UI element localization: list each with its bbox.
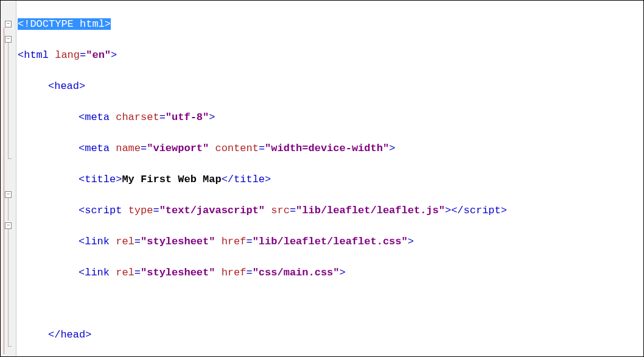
code-line: <link rel="stylesheet" href="css/main.cs…	[18, 265, 642, 281]
code-line: <script type="text/javascript" src="lib/…	[18, 203, 642, 219]
code-line	[18, 296, 642, 312]
code-area[interactable]: <!DOCTYPE html> <html lang="en"> <head> …	[16, 1, 643, 356]
code-editor: <!DOCTYPE html> <html lang="en"> <head> …	[1, 1, 643, 356]
code-line: </head>	[18, 327, 642, 343]
fold-gutter	[1, 1, 16, 356]
code-line: <title>My First Web Map</title>	[18, 172, 642, 188]
code-line: <meta charset="utf-8">	[18, 110, 642, 125]
code-line: <head>	[18, 79, 642, 94]
code-line: <link rel="stylesheet" href="lib/leaflet…	[18, 234, 642, 250]
fold-toggle[interactable]	[5, 222, 12, 229]
code-line: <!DOCTYPE html>	[18, 16, 642, 32]
fold-toggle[interactable]	[5, 36, 12, 43]
fold-toggle[interactable]	[5, 21, 12, 27]
code-line: <html lang="en">	[18, 48, 642, 63]
fold-toggle[interactable]	[5, 191, 12, 198]
code-line: <meta name="viewport" content="width=dev…	[18, 141, 642, 157]
